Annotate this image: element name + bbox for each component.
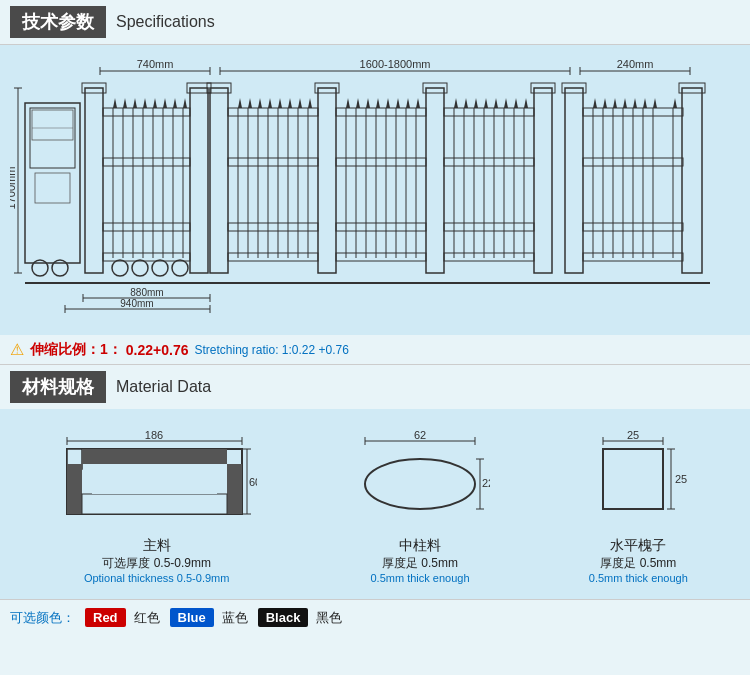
svg-rect-161 xyxy=(82,494,227,514)
svg-text:1600-1800mm: 1600-1800mm xyxy=(360,58,431,70)
color-btn-black[interactable]: Black xyxy=(258,608,309,627)
tech-diagram-svg: 740mm 1600-1800mm 240mm xyxy=(10,53,740,318)
svg-point-172 xyxy=(365,459,475,509)
svg-text:940mm: 940mm xyxy=(120,298,153,309)
shape-2-thickness-cn: 厚度足 0.5mm xyxy=(382,555,458,572)
color-btn-red[interactable]: Red xyxy=(85,608,126,627)
material-shape-1: 186 60 主 xyxy=(57,429,257,584)
stretch-ratio-bar: ⚠ 伸缩比例：1： 0.22+0.76 Stretching ratio: 1:… xyxy=(0,335,750,364)
svg-rect-0 xyxy=(10,53,740,318)
header-chinese-title: 技术参数 xyxy=(10,6,106,38)
stretch-ratio-en: Stretching ratio: 1:0.22 +0.76 xyxy=(194,343,348,357)
svg-text:1700mm: 1700mm xyxy=(10,167,17,210)
color-options-bar: 可选颜色： Red 红色 Blue 蓝色 Black 黑色 xyxy=(0,599,750,635)
svg-rect-163 xyxy=(92,464,217,494)
material-shape-2: 62 22 中柱料 厚度足 0.5mm 0.5mm thick enough xyxy=(350,429,490,584)
svg-text:22: 22 xyxy=(482,477,490,489)
svg-text:62: 62 xyxy=(414,429,426,441)
shape-2-thickness-en: 0.5mm thick enough xyxy=(370,572,469,584)
material-header-cn: 材料规格 xyxy=(10,371,106,403)
color-cn-black: 黑色 xyxy=(316,609,342,627)
material-shape-3: 25 25 水平槐子 厚度足 0.5mm 0.5mm thick enough xyxy=(583,429,693,584)
shape-2-svg: 62 22 xyxy=(350,429,490,529)
svg-text:60: 60 xyxy=(249,476,257,488)
svg-text:880mm: 880mm xyxy=(130,287,163,298)
material-section: 186 60 主 xyxy=(0,409,750,599)
shape-3-label-cn: 水平槐子 xyxy=(610,537,666,555)
shape-1-thickness-en: Optional thickness 0.5-0.9mm xyxy=(84,572,230,584)
stretch-ratio-cn: 伸缩比例：1： xyxy=(30,341,122,359)
material-data-header: 材料规格 Material Data xyxy=(0,364,750,409)
svg-text:240mm: 240mm xyxy=(617,58,654,70)
shape-1-svg: 186 60 xyxy=(57,429,257,529)
shape-2-label-cn: 中柱料 xyxy=(399,537,441,555)
svg-text:186: 186 xyxy=(144,429,162,441)
specifications-header: 技术参数 Specifications xyxy=(0,0,750,45)
svg-text:25: 25 xyxy=(627,429,639,441)
diagram-container: 740mm 1600-1800mm 240mm xyxy=(10,53,740,313)
material-header-en: Material Data xyxy=(116,378,211,396)
shape-1-thickness-cn: 可选厚度 0.5-0.9mm xyxy=(102,555,211,572)
tech-diagram-section: 740mm 1600-1800mm 240mm xyxy=(0,45,750,335)
shape-3-thickness-en: 0.5mm thick enough xyxy=(589,572,688,584)
svg-text:740mm: 740mm xyxy=(137,58,174,70)
color-cn-blue: 蓝色 xyxy=(222,609,248,627)
warning-icon: ⚠ xyxy=(10,340,24,359)
color-label: 可选颜色： xyxy=(10,609,75,627)
header-english-title: Specifications xyxy=(116,13,215,31)
svg-text:25: 25 xyxy=(675,473,687,485)
color-btn-blue[interactable]: Blue xyxy=(170,608,214,627)
svg-rect-181 xyxy=(603,449,663,509)
shape-3-svg: 25 25 xyxy=(583,429,693,529)
color-cn-red: 红色 xyxy=(134,609,160,627)
shape-3-thickness-cn: 厚度足 0.5mm xyxy=(600,555,676,572)
stretch-ratio-values: 0.22+0.76 xyxy=(126,342,189,358)
shape-1-label-cn: 主料 xyxy=(143,537,171,555)
material-shapes-row: 186 60 主 xyxy=(10,419,740,589)
